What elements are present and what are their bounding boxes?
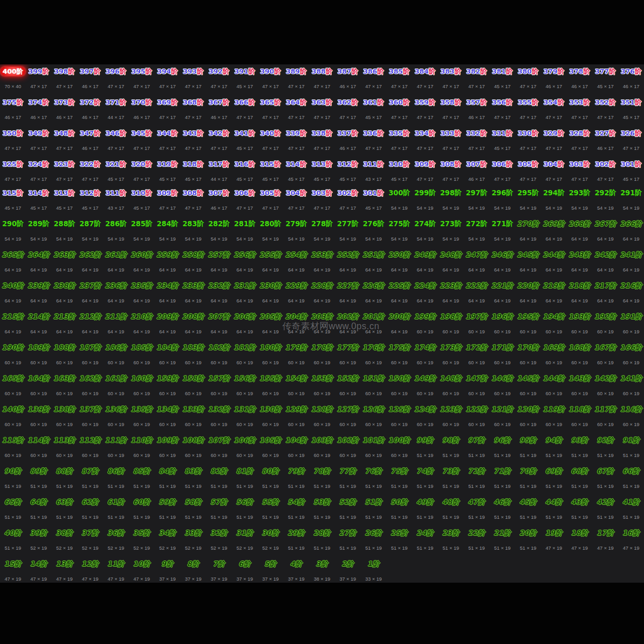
- badge-item[interactable]: 104阶 60 × 19: [283, 433, 309, 464]
- badge-item[interactable]: 90阶 51 × 19: [0, 464, 26, 495]
- badge-item[interactable]: 91阶 51 × 19: [618, 433, 644, 464]
- badge-item[interactable]: 229阶 64 × 19: [283, 279, 309, 310]
- badge-item[interactable]: 352阶 47 × 17: [592, 95, 618, 126]
- badge-item[interactable]: 23阶 51 × 19: [438, 526, 464, 557]
- badge-item[interactable]: 365阶 47 × 17: [258, 95, 283, 126]
- badge-item[interactable]: 191阶 60 × 19: [618, 310, 644, 341]
- badge-item[interactable]: 396阶 47 × 17: [103, 64, 129, 95]
- badge-item[interactable]: 292阶 54 × 19: [592, 186, 618, 217]
- badge-item[interactable]: 275阶 54 × 19: [386, 217, 412, 248]
- badge-item[interactable]: 371阶 44 × 17: [103, 95, 129, 126]
- badge-item[interactable]: 81阶 51 × 19: [232, 464, 258, 495]
- badge-item[interactable]: 221阶 64 × 19: [489, 279, 515, 310]
- badge-item[interactable]: 219阶 64 × 19: [541, 279, 567, 310]
- badge-item[interactable]: 212阶 64 × 19: [77, 310, 103, 341]
- badge-item[interactable]: 18阶 47 × 19: [567, 526, 592, 557]
- badge-item[interactable]: 306阶 47 × 17: [232, 186, 258, 217]
- badge-item[interactable]: 242阶 64 × 19: [592, 248, 618, 279]
- badge-item[interactable]: 62阶 51 × 19: [77, 495, 103, 526]
- badge-item[interactable]: 278阶 54 × 19: [309, 217, 335, 248]
- badge-item[interactable]: 199阶 60 × 19: [412, 310, 438, 341]
- badge-item[interactable]: 77阶 51 × 19: [335, 464, 361, 495]
- badge-item[interactable]: 293阶 54 × 19: [567, 186, 592, 217]
- badge-item[interactable]: 82阶 51 × 19: [206, 464, 232, 495]
- badge-item[interactable]: 87阶 51 × 19: [77, 464, 103, 495]
- badge-item[interactable]: 314阶 45 × 17: [283, 157, 309, 188]
- badge-item[interactable]: 22阶 51 × 19: [464, 526, 489, 557]
- badge-item[interactable]: 348阶 47 × 17: [52, 126, 77, 157]
- badge-item[interactable]: 42阶 51 × 19: [592, 495, 618, 526]
- badge-item[interactable]: 310阶 45 × 17: [129, 186, 155, 217]
- badge-item[interactable]: 309阶 47 × 17: [155, 186, 180, 217]
- badge-item[interactable]: 307阶 46 × 17: [206, 186, 232, 217]
- badge-item[interactable]: 140阶 60 × 19: [0, 402, 26, 433]
- badge-item[interactable]: 34阶 52 × 19: [155, 526, 180, 557]
- badge-item[interactable]: 45阶 51 × 19: [515, 495, 541, 526]
- badge-item[interactable]: 343阶 47 × 17: [180, 126, 206, 157]
- badge-item[interactable]: 146阶 60 × 19: [489, 371, 515, 402]
- badge-item[interactable]: 134阶 60 × 19: [155, 402, 180, 433]
- badge-item[interactable]: 72阶 51 × 19: [464, 464, 489, 495]
- badge-item[interactable]: 190阶 60 × 19: [0, 341, 26, 371]
- badge-item[interactable]: 172阶 60 × 19: [464, 341, 489, 371]
- badge-item[interactable]: 185阶 60 × 19: [129, 341, 155, 371]
- badge-item[interactable]: 66阶 51 × 19: [618, 464, 644, 495]
- badge-item[interactable]: 94阶 51 × 19: [541, 433, 567, 464]
- badge-item[interactable]: 220阶 64 × 19: [515, 279, 541, 310]
- badge-item[interactable]: 152阶 60 × 19: [335, 371, 361, 402]
- badge-item[interactable]: 33阶 52 × 19: [180, 526, 206, 557]
- badge-item[interactable]: 326阶 47 × 17: [618, 126, 644, 157]
- badge-item[interactable]: 58阶 51 × 19: [180, 495, 206, 526]
- badge-item[interactable]: 288阶 54 × 19: [52, 217, 77, 248]
- badge-item[interactable]: 64阶 51 × 19: [26, 495, 52, 526]
- badge-item[interactable]: 301阶 45 × 17: [618, 157, 644, 188]
- badge-item[interactable]: 350阶 47 × 17: [0, 126, 26, 157]
- badge-item[interactable]: 179阶 60 × 19: [283, 341, 309, 371]
- badge-item[interactable]: 3阶 38 × 19: [309, 557, 335, 583]
- badge-item[interactable]: 177阶 60 × 19: [335, 341, 361, 371]
- badge-item[interactable]: 154阶 60 × 19: [283, 371, 309, 402]
- badge-item[interactable]: 225阶 64 × 19: [386, 279, 412, 310]
- badge-item[interactable]: 181阶 60 × 19: [232, 341, 258, 371]
- badge-item[interactable]: 55阶 51 × 19: [258, 495, 283, 526]
- badge-item[interactable]: 336阶 47 × 17: [361, 126, 386, 157]
- badge-item[interactable]: 232阶 64 × 19: [206, 279, 232, 310]
- badge-item[interactable]: 311阶 43 × 17: [361, 157, 386, 188]
- badge-item[interactable]: 272阶 54 × 19: [464, 217, 489, 248]
- badge-item[interactable]: 217阶 64 × 19: [592, 279, 618, 310]
- badge-item[interactable]: 119阶 60 × 19: [541, 402, 567, 433]
- badge-item[interactable]: 280阶 54 × 19: [258, 217, 283, 248]
- badge-item[interactable]: 261阶 64 × 19: [103, 248, 129, 279]
- badge-item[interactable]: 243阶 64 × 19: [567, 248, 592, 279]
- badge-item[interactable]: 121阶 60 × 19: [489, 402, 515, 433]
- badge-item[interactable]: 109阶 60 × 19: [155, 433, 180, 464]
- badge-item[interactable]: 392阶 47 × 17: [206, 64, 232, 95]
- badge-item[interactable]: 258阶 64 × 19: [180, 248, 206, 279]
- badge-item[interactable]: 200阶 64 × 19: [386, 310, 412, 341]
- badge-item[interactable]: 216阶 64 × 19: [618, 279, 644, 310]
- badge-item[interactable]: 197阶 60 × 19: [464, 310, 489, 341]
- badge-item[interactable]: 102阶 60 × 19: [335, 433, 361, 464]
- badge-item[interactable]: 251阶 64 × 19: [361, 248, 386, 279]
- badge-item[interactable]: 136阶 60 × 19: [103, 402, 129, 433]
- badge-item[interactable]: 259阶 64 × 19: [155, 248, 180, 279]
- badge-item[interactable]: 270阶 64 × 19: [515, 217, 541, 248]
- badge-item[interactable]: 323阶 47 × 17: [52, 157, 77, 188]
- badge-item[interactable]: 339阶 47 × 17: [283, 126, 309, 157]
- badge-item[interactable]: 284阶 54 × 19: [155, 217, 180, 248]
- badge-item[interactable]: 238阶 64 × 19: [52, 279, 77, 310]
- badge-item[interactable]: 13阶 47 × 19: [52, 557, 77, 583]
- badge-item[interactable]: 35阶 52 × 19: [129, 526, 155, 557]
- badge-item[interactable]: 164阶 60 × 19: [26, 371, 52, 402]
- badge-item[interactable]: 337阶 46 × 17: [335, 126, 361, 157]
- badge-item[interactable]: 7阶 37 × 19: [206, 557, 232, 583]
- badge-item[interactable]: 122阶 60 × 19: [464, 402, 489, 433]
- badge-item[interactable]: 99阶 51 × 19: [412, 433, 438, 464]
- badge-item[interactable]: 274阶 54 × 19: [412, 217, 438, 248]
- badge-item[interactable]: 300阶 54 × 19: [386, 186, 412, 217]
- badge-item[interactable]: 214阶 64 × 19: [26, 310, 52, 341]
- badge-item[interactable]: 349阶 47 × 17: [26, 126, 52, 157]
- badge-item[interactable]: 240阶 64 × 19: [0, 279, 26, 310]
- badge-item[interactable]: 57阶 51 × 19: [206, 495, 232, 526]
- badge-item[interactable]: 2阶 37 × 19: [335, 557, 361, 583]
